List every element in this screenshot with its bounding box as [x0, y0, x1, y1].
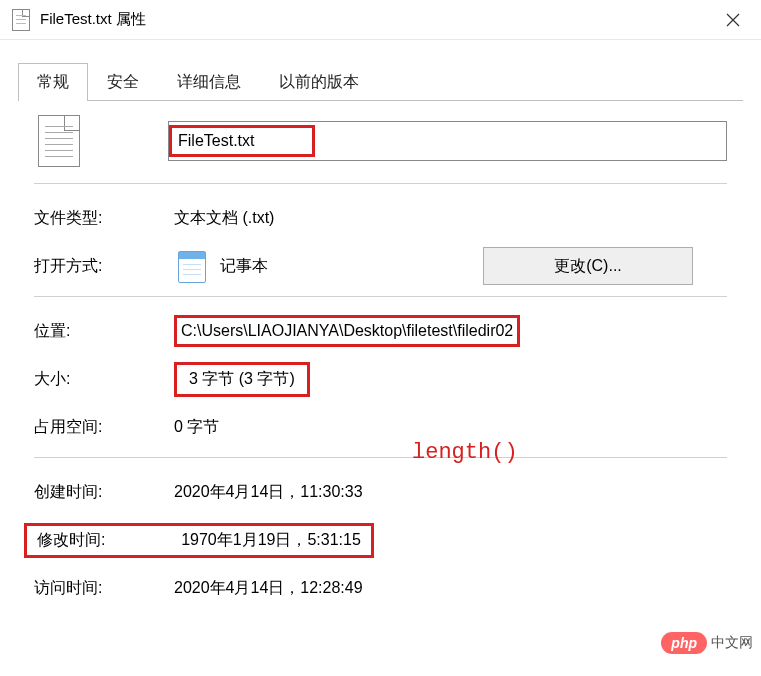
tab-general[interactable]: 常规 [18, 63, 88, 101]
file-type-icon [38, 115, 80, 167]
window-title: FileTest.txt 属性 [40, 10, 709, 29]
label-location: 位置: [34, 321, 174, 342]
value-size: 3 字节 (3 字节) [189, 370, 295, 387]
close-button[interactable] [709, 0, 757, 40]
notepad-icon [174, 247, 208, 285]
label-modified: 修改时间: [37, 530, 177, 551]
filename-field-wrap [168, 121, 727, 161]
value-created: 2020年4月14日，11:30:33 [174, 482, 363, 503]
filename-highlight [169, 125, 315, 157]
tab-security[interactable]: 安全 [88, 63, 158, 101]
location-highlight: C:\Users\LIAOJIANYA\Desktop\filetest\fil… [174, 315, 520, 347]
label-openwith: 打开方式: [34, 256, 174, 277]
file-icon [12, 9, 30, 31]
close-icon [726, 13, 740, 27]
size-highlight: 3 字节 (3 字节) [174, 362, 310, 397]
watermark: php 中文网 [661, 632, 753, 654]
label-diskspace: 占用空间: [34, 417, 174, 438]
filename-input[interactable] [172, 128, 312, 154]
label-created: 创建时间: [34, 482, 174, 503]
label-filetype: 文件类型: [34, 208, 174, 229]
divider [34, 457, 727, 458]
annotation-length: length() [412, 440, 518, 465]
label-accessed: 访问时间: [34, 578, 174, 599]
label-size: 大小: [34, 369, 174, 390]
watermark-logo: php [661, 632, 707, 654]
tab-previous[interactable]: 以前的版本 [260, 63, 378, 101]
tab-content: 文件类型: 文本文档 (.txt) 打开方式: 记事本 更改(C)... 位置:… [18, 101, 743, 608]
value-diskspace: 0 字节 [174, 417, 219, 438]
value-openwith: 记事本 [220, 256, 268, 277]
divider [34, 183, 727, 184]
watermark-text: 中文网 [711, 634, 753, 652]
value-filetype: 文本文档 (.txt) [174, 208, 274, 229]
tab-details[interactable]: 详细信息 [158, 63, 260, 101]
value-location: C:\Users\LIAOJIANYA\Desktop\filetest\fil… [181, 322, 513, 339]
titlebar: FileTest.txt 属性 [0, 0, 761, 40]
value-modified: 1970年1月19日，5:31:15 [181, 530, 361, 551]
change-button[interactable]: 更改(C)... [483, 247, 693, 285]
value-accessed: 2020年4月14日，12:28:49 [174, 578, 363, 599]
divider [34, 296, 727, 297]
tabs: 常规 安全 详细信息 以前的版本 [18, 62, 743, 101]
modified-highlight: 修改时间: 1970年1月19日，5:31:15 [24, 523, 374, 558]
